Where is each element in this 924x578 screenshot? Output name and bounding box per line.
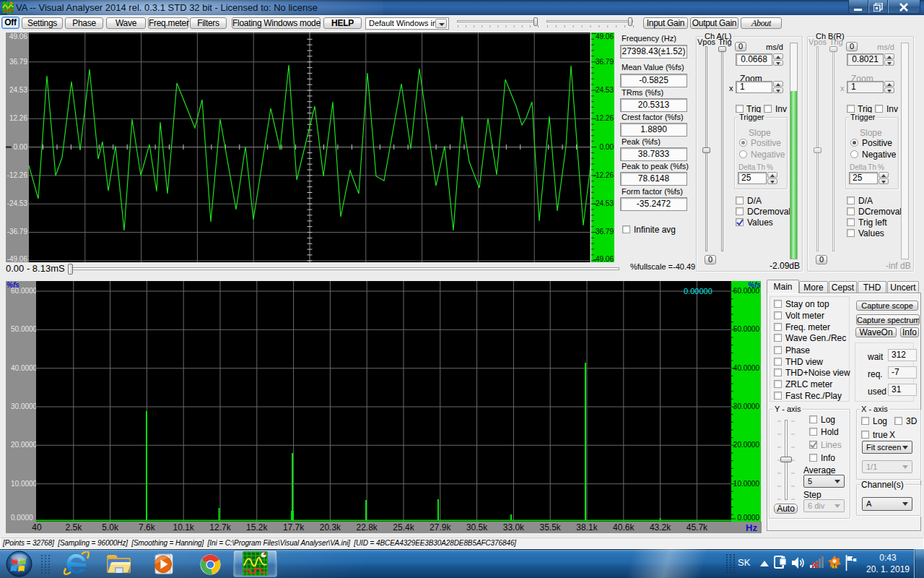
svg-text:20.0000: 20.0000 [733, 441, 760, 449]
svg-text:12.7k: 12.7k [209, 522, 231, 532]
svg-text:7.6k: 7.6k [139, 522, 156, 532]
svg-text:40.0000: 40.0000 [733, 364, 760, 372]
svg-text:10.0000: 10.0000 [11, 480, 36, 488]
svg-text:0.0000: 0.0000 [737, 514, 759, 522]
svg-text:0.0000: 0.0000 [11, 514, 33, 522]
svg-text:Hz: Hz [746, 522, 757, 533]
svg-text:25.4k: 25.4k [393, 522, 414, 532]
svg-text:12.26: 12.26 [596, 114, 614, 122]
svg-text:0.00: 0.00 [600, 143, 614, 151]
svg-text:17.7k: 17.7k [283, 522, 305, 532]
svg-text:-12.26: -12.26 [593, 171, 614, 179]
svg-text:0.00: 0.00 [14, 143, 28, 151]
svg-text:-49.06: -49.06 [593, 255, 614, 262]
svg-text:49.06: 49.06 [596, 33, 614, 40]
svg-text:-36.79: -36.79 [593, 228, 614, 236]
svg-text:35.5k: 35.5k [540, 522, 562, 532]
svg-text:27.9k: 27.9k [430, 522, 451, 532]
svg-text:24.53: 24.53 [596, 86, 614, 94]
svg-text:12.26: 12.26 [9, 114, 27, 122]
svg-text:36.79: 36.79 [9, 58, 27, 66]
svg-text:50.0000: 50.0000 [733, 325, 760, 333]
svg-text:45.7k: 45.7k [687, 522, 708, 532]
svg-text:40: 40 [32, 522, 42, 532]
svg-text:-12.26: -12.26 [7, 171, 28, 179]
svg-text:2.5k: 2.5k [65, 522, 82, 532]
svg-text:20.3k: 20.3k [320, 522, 341, 532]
svg-text:-24.53: -24.53 [7, 199, 28, 207]
svg-text:24.53: 24.53 [9, 86, 27, 94]
svg-text:50.0000: 50.0000 [11, 325, 36, 333]
svg-text:0.00000: 0.00000 [684, 287, 712, 296]
svg-text:-49.06: -49.06 [7, 255, 28, 262]
svg-text:-24.53: -24.53 [593, 199, 614, 207]
svg-text:10.1k: 10.1k [173, 522, 195, 532]
svg-text:22.8k: 22.8k [357, 522, 378, 532]
svg-text:33.0k: 33.0k [503, 522, 525, 532]
svg-text:20.0000: 20.0000 [11, 441, 36, 449]
svg-text:60.0000: 60.0000 [733, 287, 760, 295]
svg-text:30.5k: 30.5k [466, 522, 488, 532]
svg-text:40.6k: 40.6k [613, 522, 635, 532]
svg-text:15.2k: 15.2k [246, 522, 268, 532]
svg-text:38.1k: 38.1k [576, 522, 598, 532]
svg-text:60.0000: 60.0000 [11, 287, 36, 295]
svg-text:40.0000: 40.0000 [11, 364, 36, 372]
svg-text:43.2k: 43.2k [650, 522, 671, 532]
svg-text:30.0000: 30.0000 [733, 402, 760, 410]
svg-text:5.0k: 5.0k [102, 522, 119, 532]
svg-text:30.0000: 30.0000 [11, 402, 36, 410]
svg-text:36.79: 36.79 [596, 58, 614, 66]
svg-text:49.06: 49.06 [9, 33, 27, 40]
svg-text:10.0000: 10.0000 [733, 480, 760, 488]
svg-text:-36.79: -36.79 [7, 228, 28, 236]
